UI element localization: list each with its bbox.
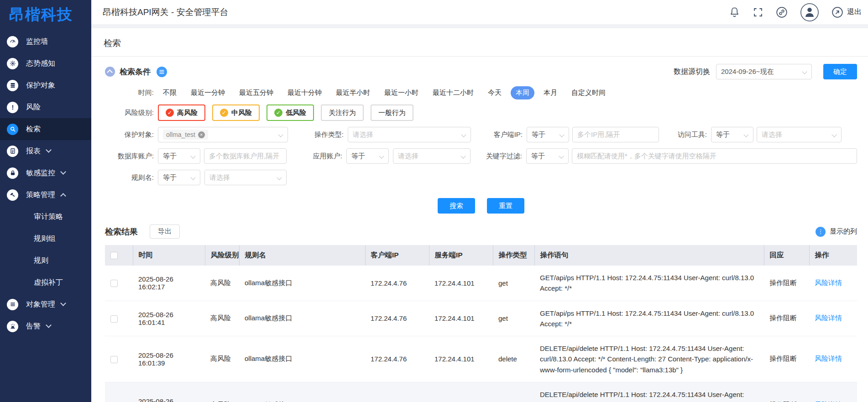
- time-option[interactable]: 最近一分钟: [186, 86, 230, 99]
- select-all-checkbox[interactable]: [110, 252, 118, 259]
- logout-button[interactable]: 退出: [831, 6, 862, 18]
- cell-server-ip: 172.24.4.101: [429, 336, 493, 382]
- cell-rule-name: ollama敏感接口: [239, 266, 365, 301]
- time-option[interactable]: 最近五分钟: [234, 86, 278, 99]
- sidebar-item-9[interactable]: 规则组: [0, 228, 91, 250]
- access-tool-select[interactable]: 请选择: [757, 127, 842, 142]
- sidebar-item-11[interactable]: 虚拟补丁: [0, 271, 91, 293]
- sidebar-item-13[interactable]: 告警: [0, 315, 91, 337]
- policy-mgmt-icon: [7, 189, 18, 201]
- search-actions: 搜索 重置: [105, 198, 857, 214]
- keyword-op-select[interactable]: 等于: [526, 148, 569, 164]
- row-checkbox[interactable]: [110, 280, 118, 287]
- collapse-up-icon[interactable]: [105, 67, 115, 77]
- risk-detail-link[interactable]: 风险详情: [815, 355, 842, 362]
- client-ip-input[interactable]: 多个IP用,隔开: [572, 127, 659, 142]
- filter-row-3: 规则名: 等于 请选择: [105, 170, 857, 185]
- risk-level-button[interactable]: 一般行为: [371, 104, 413, 121]
- sidebar-item-10[interactable]: 规则: [0, 250, 91, 271]
- cell-response: 操作阻断: [764, 382, 809, 402]
- access-tool-op-select[interactable]: 等于: [711, 127, 753, 142]
- reset-button[interactable]: 重置: [487, 198, 524, 214]
- risk-level-button[interactable]: ✓高风险: [158, 104, 205, 121]
- db-account-op-select[interactable]: 等于: [158, 148, 200, 164]
- brand-logo: 昂楷科技: [0, 0, 91, 28]
- row-checkbox[interactable]: [110, 356, 118, 363]
- time-option[interactable]: 最近十二小时: [428, 86, 479, 99]
- app-account-label: 应用账户:: [287, 152, 346, 161]
- cell-time: 2025-08-26 16:01:39: [133, 336, 205, 382]
- risk-level-button[interactable]: ✓中风险: [212, 104, 260, 121]
- confirm-button[interactable]: 确定: [823, 64, 857, 79]
- cell-op-type: delete: [493, 336, 534, 382]
- risk-level-button-label: 低风险: [286, 109, 306, 117]
- sidebar-item-7[interactable]: 策略管理: [0, 184, 91, 206]
- op-type-select[interactable]: 请选择: [348, 127, 471, 142]
- time-option[interactable]: 最近一小时: [379, 86, 424, 99]
- risk-detail-link[interactable]: 风险详情: [815, 279, 842, 287]
- chevron-down-icon: [743, 132, 748, 137]
- search-conditions-panel: 检索条件 数据源切换 2024-09-26~现在 确定 时间:: [91, 57, 868, 214]
- db-account-input[interactable]: 多个数据库账户用,隔开: [204, 148, 287, 164]
- search-conditions-header: 检索条件 数据源切换 2024-09-26~现在 确定: [105, 64, 857, 79]
- datasource-select[interactable]: 2024-09-26~现在: [716, 64, 812, 79]
- risk-level-button[interactable]: ✓低风险: [267, 104, 314, 121]
- time-option[interactable]: 自定义时间: [566, 86, 611, 99]
- cell-statement: GET/api/ps HTTP/1.1 Host: 172.24.4.75:11…: [534, 301, 764, 336]
- columns-button[interactable]: ⋮ 显示的列: [816, 227, 857, 237]
- sidebar-item-1[interactable]: 态势感知: [0, 52, 91, 74]
- table-header-row: 时间风险级别规则名客户端IP服务端IP操作类型操作语句回应操作: [105, 245, 857, 266]
- fullscreen-icon[interactable]: [753, 7, 763, 18]
- chevron-down-icon: [559, 153, 564, 158]
- protect-object-select[interactable]: ollma_test ×: [158, 127, 288, 142]
- condition-menu-icon[interactable]: [157, 67, 167, 77]
- op-type-placeholder: 请选择: [353, 131, 373, 139]
- client-ip-placeholder: 多个IP用,隔开: [577, 131, 620, 139]
- search-button[interactable]: 搜索: [438, 198, 475, 214]
- bell-icon[interactable]: [729, 6, 740, 18]
- avatar[interactable]: [800, 3, 819, 22]
- sidebar-item-4[interactable]: 检索: [0, 118, 91, 140]
- sidebar-item-0[interactable]: 监控墙: [0, 31, 91, 52]
- time-option[interactable]: 不限: [158, 86, 182, 99]
- cell-op-type: get: [493, 301, 534, 336]
- app-account-op-select[interactable]: 等于: [346, 148, 389, 164]
- main-area: 昂楷科技API网关 - 安全管理平台 退出: [91, 0, 868, 402]
- rule-name-op-select[interactable]: 等于: [158, 170, 200, 185]
- table-row: 2025-08-26 16:00:25高风险ollama敏感接口172.24.4…: [105, 382, 857, 402]
- sensitive-monitor-icon: [7, 167, 18, 179]
- rule-name-select[interactable]: 请选择: [204, 170, 287, 185]
- sidebar-item-3[interactable]: 风险: [0, 96, 91, 118]
- row-checkbox[interactable]: [110, 315, 118, 323]
- cell-risk-level: 高风险: [205, 336, 239, 382]
- sidebar-item-8[interactable]: 审计策略: [0, 206, 91, 228]
- app-root: 昂楷科技 监控墙态势感知保护对象风险检索报表敏感监控策略管理审计策略规则组规则虚…: [0, 0, 868, 402]
- cell-response: 操作阻断: [764, 336, 809, 382]
- risk-level-button[interactable]: 关注行为: [321, 104, 364, 121]
- app-account-placeholder: 请选择: [398, 152, 418, 161]
- sidebar-item-6[interactable]: 敏感监控: [0, 162, 91, 184]
- export-button[interactable]: 导出: [150, 224, 180, 239]
- keyword-input[interactable]: 模糊匹配请使用*，多个关键字请使用空格隔开: [572, 148, 857, 164]
- time-option[interactable]: 本月: [539, 86, 562, 99]
- column-header: 规则名: [239, 245, 365, 266]
- sidebar-item-12[interactable]: 对象管理: [0, 293, 91, 315]
- sidebar: 昂楷科技 监控墙态势感知保护对象风险检索报表敏感监控策略管理审计策略规则组规则虚…: [0, 0, 91, 402]
- chevron-down-icon: [379, 153, 384, 158]
- tag-remove-icon[interactable]: ×: [198, 131, 205, 138]
- sidebar-item-2[interactable]: 保护对象: [0, 74, 91, 96]
- risk-detail-link[interactable]: 风险详情: [815, 314, 842, 322]
- sidebar-item-5[interactable]: 报表: [0, 140, 91, 162]
- app-account-select[interactable]: 请选择: [393, 148, 471, 164]
- page-title: 检索: [91, 28, 868, 57]
- time-option[interactable]: 最近半小时: [331, 86, 375, 99]
- time-option[interactable]: 本周: [511, 86, 534, 99]
- time-option[interactable]: 最近十分钟: [282, 86, 327, 99]
- check-icon: ✓: [220, 109, 228, 117]
- link-icon[interactable]: [776, 6, 788, 18]
- client-ip-op-select[interactable]: 等于: [527, 127, 569, 142]
- time-option[interactable]: 今天: [483, 86, 507, 99]
- cell-client-ip: 172.24.4.76: [365, 266, 429, 301]
- workspace: 检索 检索条件 数据源切换 2024-09-26~现在 确定: [91, 28, 868, 402]
- cell-rule-name: ollama敏感接口: [239, 336, 365, 382]
